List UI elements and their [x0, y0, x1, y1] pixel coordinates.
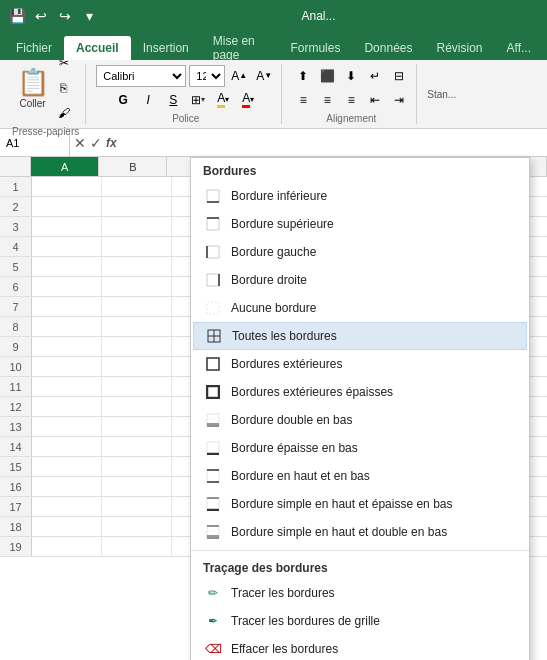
align-right-button[interactable]: ≡ [340, 89, 362, 111]
formula-bar: A1 ✕ ✓ fx [0, 129, 547, 157]
underline-button[interactable]: S [162, 89, 184, 111]
eraser-border-icon: ⌫ [203, 639, 223, 659]
border-all-label: Toutes les bordures [232, 329, 516, 343]
menu-item-border-double-bottom[interactable]: Bordure double en bas [191, 406, 529, 434]
menu-item-tracer-grille[interactable]: ✒ Tracer les bordures de grille [191, 607, 529, 635]
formula-input[interactable] [121, 137, 547, 149]
save-icon[interactable]: 💾 [8, 7, 26, 25]
menu-item-border-left[interactable]: Bordure gauche [191, 238, 529, 266]
standard-label: Stan... [427, 89, 456, 100]
pencil-grid-icon: ✒ [203, 611, 223, 631]
border-right-label: Bordure droite [231, 273, 517, 287]
row-header-corner [0, 157, 31, 176]
tab-mise-en-page[interactable]: Mise en page [201, 36, 279, 60]
clipboard-label: Presse-papiers [12, 126, 79, 137]
tab-insertion[interactable]: Insertion [131, 36, 201, 60]
border-all-icon [204, 326, 224, 346]
title-bar-icons[interactable]: 💾 ↩ ↪ ▾ [8, 7, 98, 25]
font-name-select[interactable]: Calibri [96, 65, 186, 87]
font-group-label: Police [172, 113, 199, 124]
border-double-bottom-label: Bordure double en bas [231, 413, 517, 427]
group-font: Calibri 12 A▲ A▼ G I S ⊞▾ A▾ A▾ Police [90, 64, 282, 124]
border-top-bottom-icon [203, 466, 223, 486]
formula-fx-icon[interactable]: fx [106, 136, 117, 150]
tab-revision[interactable]: Révision [425, 36, 495, 60]
col-header-b[interactable]: B [99, 157, 167, 176]
menu-item-border-top[interactable]: Bordure supérieure [191, 210, 529, 238]
tracer-grille-label: Tracer les bordures de grille [231, 614, 517, 628]
highlight-color-button[interactable]: A▾ [212, 89, 234, 111]
wrap-text-button[interactable]: ↵ [364, 65, 386, 87]
formula-icons: ✕ ✓ fx [70, 135, 121, 151]
merge-button[interactable]: ⊟ [388, 65, 410, 87]
group-clipboard: 📋 Coller ✂ ⎘ 🖌 Presse-papiers [6, 64, 86, 124]
tab-affichage[interactable]: Aff... [495, 36, 543, 60]
menu-item-border-all[interactable]: Toutes les bordures [193, 322, 527, 350]
font-shrink-button[interactable]: A▼ [253, 65, 275, 87]
border-top-double-bottom-icon [203, 522, 223, 542]
menu-item-border-top-double-bottom[interactable]: Bordure simple en haut et double en bas [191, 518, 529, 546]
align-bottom-button[interactable]: ⬇ [340, 65, 362, 87]
border-top-thick-bottom-label: Bordure simple en haut et épaisse en bas [231, 497, 517, 511]
borders-button[interactable]: ⊞▾ [187, 89, 209, 111]
formula-cancel-icon[interactable]: ✕ [74, 135, 86, 151]
font-grow-button[interactable]: A▲ [228, 65, 250, 87]
menu-item-border-none[interactable]: Aucune bordure [191, 294, 529, 322]
bold-button[interactable]: G [112, 89, 134, 111]
draw-borders-section-title: Traçage des bordures [191, 555, 529, 579]
menu-item-border-outer[interactable]: Bordures extérieures [191, 350, 529, 378]
menu-item-border-thick-bottom[interactable]: Bordure épaisse en bas [191, 434, 529, 462]
menu-item-tracer-bordures[interactable]: ✏ Tracer les bordures [191, 579, 529, 607]
svg-rect-19 [207, 470, 219, 482]
menu-item-effacer-bordures[interactable]: ⌫ Effacer les bordures [191, 635, 529, 660]
format-painter-button[interactable]: 🖌 [53, 102, 75, 124]
svg-rect-2 [207, 218, 219, 230]
tab-donnees[interactable]: Données [352, 36, 424, 60]
align-middle-button[interactable]: ⬛ [316, 65, 338, 87]
svg-rect-4 [207, 246, 219, 258]
title-bar: 💾 ↩ ↪ ▾ Anal... [0, 0, 547, 32]
increase-indent-button[interactable]: ⇥ [388, 89, 410, 111]
pencil-border-icon: ✏ [203, 583, 223, 603]
align-center-button[interactable]: ≡ [316, 89, 338, 111]
italic-button[interactable]: I [137, 89, 159, 111]
align-top-button[interactable]: ⬆ [292, 65, 314, 87]
menu-item-border-top-bottom[interactable]: Bordure en haut et en bas [191, 462, 529, 490]
paste-label: Coller [20, 98, 46, 109]
borders-section-title: Bordures [191, 158, 529, 182]
group-standard: Stan... [421, 64, 462, 124]
border-none-label: Aucune bordure [231, 301, 517, 315]
svg-rect-17 [207, 442, 219, 454]
border-top-double-bottom-label: Bordure simple en haut et double en bas [231, 525, 517, 539]
undo-icon[interactable]: ↩ [32, 7, 50, 25]
menu-item-border-top-thick-bottom[interactable]: Bordure simple en haut et épaisse en bas [191, 490, 529, 518]
tab-formules[interactable]: Formules [278, 36, 352, 60]
menu-item-border-right[interactable]: Bordure droite [191, 266, 529, 294]
menu-item-border-outer-thick[interactable]: Bordures extérieures épaisses [191, 378, 529, 406]
border-bottom-label: Bordure inférieure [231, 189, 517, 203]
customize-icon[interactable]: ▾ [80, 7, 98, 25]
group-alignment: ⬆ ⬛ ⬇ ↵ ⊟ ≡ ≡ ≡ ⇤ ⇥ Alignement [286, 64, 417, 124]
font-size-select[interactable]: 12 [189, 65, 225, 87]
paste-button[interactable]: 📋 Coller [17, 67, 49, 109]
effacer-bordures-label: Effacer les bordures [231, 642, 517, 656]
border-top-thick-bottom-icon [203, 494, 223, 514]
spreadsheet: A B E F 1 2 3 4 5 6 7 8 9 10 11 12 13 14… [0, 157, 547, 557]
border-bottom-icon [203, 186, 223, 206]
svg-rect-0 [207, 190, 219, 202]
decrease-indent-button[interactable]: ⇤ [364, 89, 386, 111]
alignment-label: Alignement [326, 113, 376, 124]
font-color-button[interactable]: A▾ [237, 89, 259, 111]
border-left-label: Bordure gauche [231, 245, 517, 259]
col-header-a[interactable]: A [31, 157, 99, 176]
formula-confirm-icon[interactable]: ✓ [90, 135, 102, 151]
copy-button[interactable]: ⎘ [53, 77, 75, 99]
align-left-button[interactable]: ≡ [292, 89, 314, 111]
svg-rect-22 [207, 498, 219, 510]
menu-item-border-bottom[interactable]: Bordure inférieure [191, 182, 529, 210]
svg-rect-13 [207, 386, 219, 398]
redo-icon[interactable]: ↪ [56, 7, 74, 25]
cut-button[interactable]: ✂ [53, 52, 75, 74]
border-thick-bottom-icon [203, 438, 223, 458]
svg-rect-6 [207, 274, 219, 286]
